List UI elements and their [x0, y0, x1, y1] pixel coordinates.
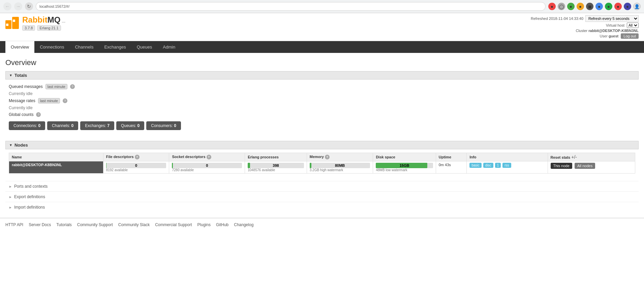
vhost-select[interactable]: All [627, 23, 639, 28]
back-button[interactable]: ← [3, 2, 11, 10]
footer-commercial-support[interactable]: Commercial Support [155, 222, 192, 227]
nodes-header[interactable]: ▼ Nodes [5, 141, 639, 149]
tag-disc-btn[interactable]: disc [483, 163, 493, 168]
svg-rect-3 [13, 20, 15, 22]
page-content: Overview ▼ Totals Queued messages last m… [0, 53, 644, 218]
consumers-stat-btn[interactable]: Consumers: 0 [146, 121, 181, 130]
col-reset: Reset stats +/- [548, 153, 635, 161]
app-header: RabbitMQ... 3.7.8 Erlang 21.1 Refreshed … [0, 13, 644, 41]
file-desc-help-icon[interactable]: ? [135, 155, 140, 159]
header-right: Refreshed 2018-11-04 14:33:40 Refresh ev… [531, 15, 639, 39]
queued-messages-help-icon[interactable]: ? [70, 84, 75, 89]
all-nodes-btn[interactable]: All nodes [575, 163, 595, 169]
browser-icon-5: ◼ [586, 3, 593, 10]
browser-icon-8: ● [614, 3, 622, 10]
table-row: rabbit@DESKTOP-K8BN3NL 0 8192 available [9, 161, 635, 174]
disk-bar: 15GB [376, 163, 433, 168]
queues-stat-btn[interactable]: Queues: 0 [116, 121, 144, 130]
col-erlang-proc: Erlang processes [245, 153, 307, 161]
col-name: Name [9, 153, 103, 161]
totals-label: Totals [14, 73, 27, 78]
browser-icons: ● ◯ ● ● ◼ ● ● ● ● 👤 [548, 3, 641, 10]
export-definitions-header[interactable]: ► Export definitions [5, 191, 639, 202]
col-disk: Disk space [373, 153, 436, 161]
footer-server-docs[interactable]: Server Docs [29, 222, 51, 227]
reload-button[interactable]: ↻ [25, 2, 33, 10]
ports-contexts-header[interactable]: ► Ports and contexts [5, 181, 639, 191]
totals-header[interactable]: ▼ Totals [5, 71, 639, 80]
logout-button[interactable]: Log out [621, 33, 639, 39]
refresh-select[interactable]: Refresh every 5 seconds No refresh Refre… [585, 15, 639, 22]
erlang-proc-value: 398 [248, 163, 304, 168]
nav-connections[interactable]: Connections [34, 41, 69, 53]
footer-community-support[interactable]: Community Support [77, 222, 113, 227]
nodes-body: Name File descriptors ? Socket descripto… [5, 149, 639, 177]
user-row: User guest Log out [531, 33, 639, 39]
socket-desc-available: 7280 available [172, 168, 242, 172]
tag-basic-btn[interactable]: basic [469, 163, 481, 168]
socket-desc-cell: 0 7280 available [169, 161, 245, 174]
message-rates-help-icon[interactable]: ? [63, 98, 67, 103]
nav-queues[interactable]: Queues [131, 41, 158, 53]
footer-plugins[interactable]: Plugins [197, 222, 211, 227]
address-bar[interactable]: localhost:15672/#/ [36, 2, 546, 11]
channels-stat-btn[interactable]: Channels: 0 [47, 121, 78, 130]
disk-value: 15GB [376, 163, 433, 168]
browser-icon-7: ● [605, 3, 612, 10]
import-definitions-header[interactable]: ► Import definitions [5, 202, 639, 212]
nav-channels[interactable]: Channels [69, 41, 99, 53]
col-socket-desc: Socket descriptors ? [169, 153, 245, 161]
reset-stats-cell: This node All nodes [548, 161, 635, 174]
message-rates-row: Message rates last minute ? [5, 97, 639, 104]
tag-1-btn[interactable]: 1 [495, 163, 501, 168]
version-badge: 3.7.8 [22, 25, 35, 31]
footer: HTTP API Server Docs Tutorials Community… [0, 218, 644, 231]
col-memory: Memory ? [307, 153, 373, 161]
cluster-row: Cluster rabbit@DESKTOP-K8BN3NL [531, 29, 639, 33]
file-desc-cell: 0 8192 available [103, 161, 169, 174]
socket-desc-bar: 0 [172, 163, 242, 168]
footer-community-slack[interactable]: Community Slack [118, 222, 150, 227]
footer-http-api[interactable]: HTTP API [5, 222, 23, 227]
last-minute-badge-2: last minute [38, 98, 60, 103]
socket-desc-help-icon[interactable]: ? [207, 155, 211, 159]
queued-messages-row: Queued messages last minute ? [5, 83, 639, 90]
queued-messages-label: Queued messages [9, 84, 43, 89]
nodes-label: Nodes [14, 143, 28, 148]
nav-admin[interactable]: Admin [157, 41, 181, 53]
svg-rect-1 [12, 17, 19, 29]
export-definitions-label: Export definitions [14, 194, 45, 199]
nodes-section: ▼ Nodes Name File descriptors ? Socket d… [5, 141, 639, 177]
memory-sub: 3.2GB high watermark [310, 168, 370, 172]
browser-icon-9: ● [624, 3, 631, 10]
footer-changelog[interactable]: Changelog [234, 222, 253, 227]
memory-bar: 80MB [310, 163, 370, 168]
footer-tutorials[interactable]: Tutorials [56, 222, 72, 227]
connections-stat-btn[interactable]: Connections: 0 [9, 121, 45, 130]
footer-github[interactable]: GitHub [216, 222, 228, 227]
this-node-btn[interactable]: This node [551, 163, 572, 169]
browser-icon-2: ◯ [558, 3, 565, 10]
uptime-cell: 0m 43s [436, 161, 467, 174]
refresh-row: Refreshed 2018-11-04 14:33:40 Refresh ev… [531, 15, 639, 22]
browser-icon-6: ● [595, 3, 603, 10]
nav-overview[interactable]: Overview [5, 41, 34, 53]
global-counts-help-icon[interactable]: ? [36, 112, 41, 117]
node-name-cell: rabbit@DESKTOP-K8BN3NL [9, 161, 103, 174]
tag-rss-btn[interactable]: rss [502, 163, 511, 168]
erlang-proc-available: 1048576 available [248, 168, 304, 172]
user-label: User [600, 34, 608, 38]
import-definitions-label: Import definitions [14, 205, 45, 210]
file-desc-bar: 0 [106, 163, 166, 168]
totals-arrow-icon: ▼ [9, 73, 12, 77]
plus-minus-button[interactable]: +/- [571, 154, 577, 160]
browser-icon-3: ● [567, 3, 575, 10]
nav-exchanges[interactable]: Exchanges [99, 41, 131, 53]
memory-help-icon[interactable]: ? [325, 155, 330, 159]
info-cell: basic disc 1 rss [467, 161, 548, 174]
global-counts-row: Global counts ? [5, 111, 639, 118]
exchanges-stat-btn[interactable]: Exchanges: 7 [80, 121, 114, 130]
col-file-desc: File descriptors ? [103, 153, 169, 161]
stats-buttons: Connections: 0 Channels: 0 Exchanges: 7 … [5, 118, 639, 133]
forward-button[interactable]: → [14, 2, 22, 10]
